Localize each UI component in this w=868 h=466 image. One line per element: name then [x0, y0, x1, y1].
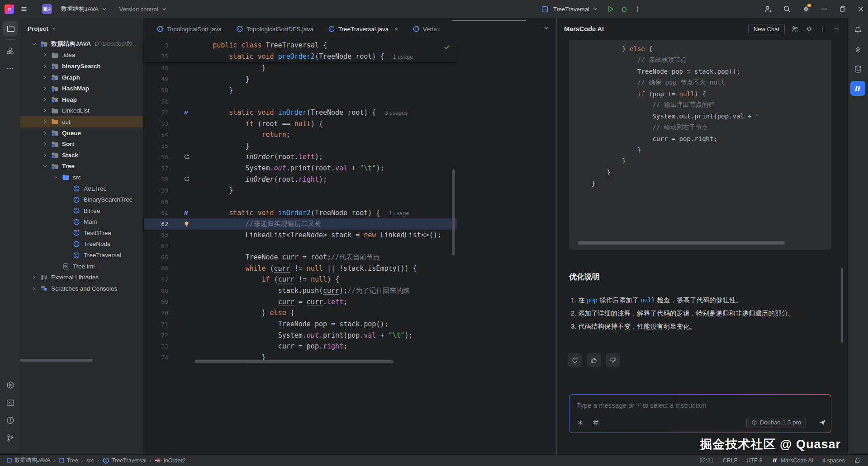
minimize-button[interactable]	[821, 5, 828, 13]
chevron-right-icon[interactable]	[39, 63, 50, 69]
ai-settings-icon[interactable]	[805, 25, 813, 33]
tool-stripe-project-folder[interactable]	[3, 21, 18, 36]
tree-item-AVLTree[interactable]: CAVLTree	[20, 183, 143, 194]
tree-item-Heap[interactable]: Heap	[20, 94, 143, 105]
tree-item-Tree.iml[interactable]: Tree.iml	[20, 261, 143, 272]
run-button[interactable]	[607, 5, 615, 13]
chevron-right-icon[interactable]	[39, 130, 50, 136]
tree-item-LinkedList[interactable]: LinkedList	[20, 105, 143, 117]
project-hscrollbar[interactable]	[20, 359, 93, 362]
project-panel-header[interactable]: Project	[20, 18, 143, 32]
tool-stripe-structure[interactable]	[3, 43, 18, 58]
status-marscode-ai[interactable]: MarsCode AI	[772, 457, 813, 464]
chevron-right-icon[interactable]	[39, 85, 50, 91]
add-user-icon[interactable]	[764, 5, 772, 13]
tree-item-ExternalLibraries[interactable]: External Libraries	[20, 272, 143, 283]
chat-history-icon[interactable]	[791, 25, 799, 33]
tree-item-Sort[interactable]: Sort	[20, 138, 143, 150]
refresh-button[interactable]	[568, 353, 582, 367]
model-selector[interactable]: Doubao-1.5-pro	[746, 417, 806, 428]
ai-minimize-icon[interactable]	[833, 25, 840, 33]
tree-item-Main[interactable]: CMain	[20, 217, 143, 228]
tab-TopologicalSort.java[interactable]: CTopologicalSort.java	[149, 20, 229, 38]
tree-item-数据结构JAVA[interactable]: 数据结构JAVAD:\Desktop\数据结构	[20, 38, 143, 50]
project-selector[interactable]: 数据结构JAVA	[58, 3, 110, 15]
tool-stripe-marscode-app[interactable]	[850, 81, 865, 96]
status-lock[interactable]	[854, 457, 861, 464]
chat-input-box[interactable]: Type a message or '/' to select a instru…	[569, 394, 831, 433]
chevron-right-icon[interactable]	[28, 274, 39, 280]
thumb-down-button[interactable]	[606, 353, 620, 367]
code-viewport[interactable]: 48 }49 }50 }5152 static void inOrder(Tre…	[144, 40, 457, 366]
run-config-selector[interactable]: TreeTraversal	[550, 4, 601, 14]
recursive-gutter-icon[interactable]	[176, 154, 196, 160]
ai-more-icon[interactable]	[819, 25, 826, 33]
new-chat-button[interactable]: New Chat	[748, 24, 785, 34]
tab-TopologicalSortDFS.java[interactable]: CTopologicalSortDFS.java	[229, 20, 321, 38]
editor[interactable]: CTopologicalSort.javaCTopologicalSortDFS…	[144, 18, 556, 454]
tree-item-binarySearch[interactable]: binarySearch	[20, 61, 143, 72]
sparkle-icon[interactable]	[577, 419, 584, 426]
tab-TreeTraversal.java[interactable]: CTreeTraversal.java×	[321, 20, 405, 38]
chevron-right-icon[interactable]	[39, 52, 50, 58]
status-crlf[interactable]: CRLF	[723, 457, 738, 464]
tree-item-Graph[interactable]: Graph	[20, 72, 143, 83]
tool-stripe-database[interactable]	[850, 61, 865, 76]
settings-gear-icon[interactable]	[802, 5, 810, 13]
vcs-widget[interactable]: Version control	[117, 4, 170, 14]
chevron-down-icon[interactable]	[28, 41, 39, 47]
project-badge[interactable]: 数J	[42, 4, 52, 14]
tree-item-HashMap[interactable]: HashMap	[20, 83, 143, 94]
thumb-up-button[interactable]	[587, 353, 601, 367]
close-button[interactable]	[857, 5, 864, 13]
tool-stripe-ai-swirl[interactable]	[850, 42, 865, 57]
chevron-right-icon[interactable]	[39, 108, 50, 113]
hidden-tabs-icon[interactable]	[543, 24, 550, 32]
tree-item-.idea[interactable]: .idea	[20, 50, 143, 61]
tree-item-TreeTraversal[interactable]: CTreeTraversal	[20, 249, 143, 261]
tree-item-BTree[interactable]: CBTree	[20, 205, 143, 217]
usage-hint[interactable]: 1 usage	[393, 54, 413, 60]
chevron-right-icon[interactable]	[39, 152, 50, 158]
chevron-right-icon[interactable]	[39, 119, 50, 125]
editor-vscrollbar[interactable]	[452, 169, 455, 255]
tree-item-TestBTree[interactable]: CTestBTree	[20, 227, 143, 239]
breadcrumb-inOrder2[interactable]: minOrder2	[155, 457, 186, 464]
tree-item-BinarySearchTree[interactable]: CBinarySearchTree	[20, 194, 143, 205]
ai-code-hscrollbar[interactable]	[578, 241, 785, 245]
tool-stripe-git-branch[interactable]	[3, 430, 18, 445]
chevron-down-icon[interactable]	[39, 163, 50, 169]
bulb-gutter-icon[interactable]	[176, 221, 196, 227]
send-icon[interactable]	[819, 419, 826, 426]
chevron-down-icon[interactable]	[50, 174, 61, 180]
tree-item-out[interactable]: out	[20, 116, 143, 127]
tree-item-TreeNode[interactable]: CTreeNode	[20, 239, 143, 250]
tree-item-Queue[interactable]: Queue	[20, 127, 143, 139]
restore-button[interactable]	[839, 5, 846, 13]
marscode-gutter-icon[interactable]	[176, 210, 196, 216]
tree-item-src[interactable]: src	[20, 172, 143, 183]
main-menu-icon[interactable]	[20, 5, 28, 13]
tool-stripe-bell[interactable]	[850, 23, 865, 38]
chevron-right-icon[interactable]	[39, 141, 50, 147]
breadcrumb-src[interactable]: src	[86, 457, 94, 464]
breadcrumb-Tree[interactable]: Tree	[59, 457, 78, 464]
breadcrumb-TreeTraversal[interactable]: CTreeTraversal	[102, 457, 147, 464]
inspection-ok-icon[interactable]	[443, 43, 451, 51]
search-icon[interactable]	[783, 5, 791, 13]
status-62:21[interactable]: 62:21	[699, 457, 713, 464]
recursive-gutter-icon[interactable]	[176, 176, 196, 183]
tree-item-Stack[interactable]: Stack	[20, 150, 143, 161]
more-actions-icon[interactable]	[634, 5, 641, 13]
tool-stripe-services[interactable]	[3, 377, 18, 392]
status-utf-8[interactable]: UTF-8	[746, 457, 762, 464]
tree-item-ScratchesandConsoles[interactable]: Scratches and Consoles	[20, 283, 143, 294]
context-hash-icon[interactable]	[592, 419, 599, 426]
marscode-gutter-icon[interactable]	[176, 109, 196, 116]
status-4-spaces[interactable]: 4 spaces	[822, 457, 845, 464]
debug-button[interactable]	[620, 5, 628, 13]
breadcrumb-数据结构JAVA[interactable]: 数据结构JAVA	[6, 457, 50, 464]
tree-item-Tree[interactable]: Tree	[20, 161, 143, 172]
ai-vscrollbar[interactable]	[841, 268, 843, 343]
chevron-right-icon[interactable]	[39, 75, 50, 80]
